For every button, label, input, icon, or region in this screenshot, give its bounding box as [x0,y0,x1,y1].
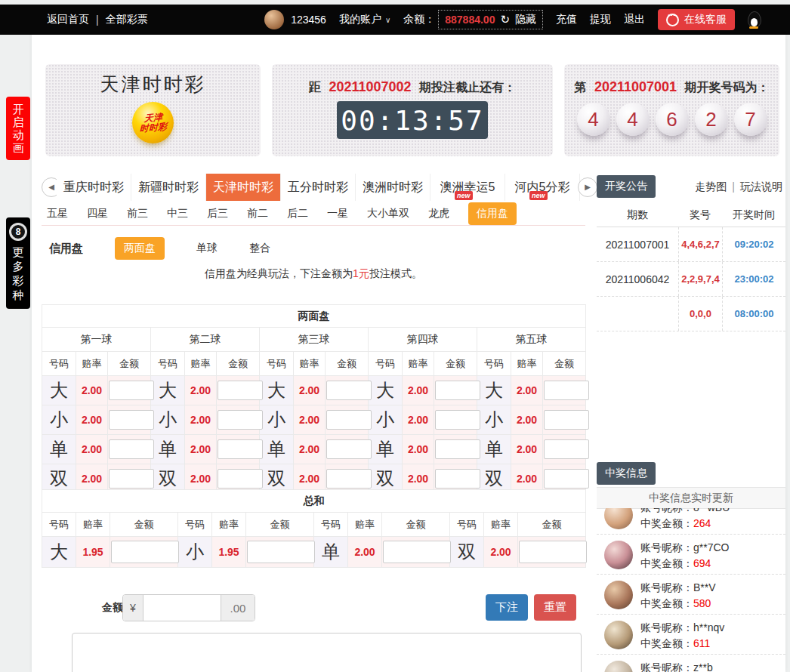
winner-avatar [604,508,633,529]
form-buttons: 下注 重置 [486,594,576,621]
odds-value: 2.00 [484,537,518,568]
bet-amount-input[interactable] [326,469,372,489]
bet-option-label: 单 [369,435,403,464]
bet-amount-input[interactable] [544,439,589,459]
play-type-tab[interactable]: 四星 [87,207,108,220]
bet-option-label: 大 [42,376,76,405]
amount-cell [434,405,477,435]
play-type-tab[interactable]: 前三 [127,207,148,220]
bet-option-label: 小 [42,405,76,435]
qq-icon[interactable] [748,11,761,28]
amount-input-group: ¥ .00 [122,594,255,621]
countdown-prefix: 距 [309,81,321,94]
result-issue-number: 20211006042 [597,273,678,285]
more-lottery-button[interactable]: 更多彩种 [6,217,30,309]
amount-cell [217,405,260,435]
lottery-tab[interactable]: 澳洲幸运5new [430,174,505,201]
animation-toggle-button[interactable]: 开启动画 [6,97,30,160]
bet-option-label: 小 [477,405,511,435]
bet-amount-input[interactable] [326,381,372,400]
bet-amount-input[interactable] [383,541,451,563]
winner-nickname: 账号昵称：g**7CO [640,535,785,555]
withdraw-link[interactable]: 提现 [590,13,611,26]
new-badge: new [529,191,548,200]
bet-amount-input[interactable] [544,381,589,400]
hide-balance-link[interactable]: 隐藏 [515,13,536,26]
result-ball: 4 [577,103,610,136]
play-type-tab[interactable]: 前二 [247,207,268,220]
lottery-tab[interactable]: 河内5分彩new [505,174,580,201]
bet-amount-input[interactable] [111,541,179,563]
odds-value: 2.00 [185,405,217,435]
bet-amount-input[interactable] [435,410,480,430]
mode-tab[interactable]: 单球 [196,242,218,255]
odds-value: 2.00 [76,405,108,435]
winner-nickname-value: 8**wBU [693,508,730,513]
recharge-link[interactable]: 充值 [556,13,577,26]
bet-amount-input[interactable] [218,410,263,430]
play-type-tab[interactable]: 后三 [207,207,228,220]
tabs-scroll-right-button[interactable]: ▶ [578,177,597,197]
customer-service-button[interactable]: 在线客服 [658,9,735,30]
winner-list-item: 账号昵称：g**7CO中奖金额：694 [597,535,785,575]
total-amount-input[interactable] [143,595,221,621]
rules-link[interactable]: 玩法说明 [740,180,782,193]
winners-info-button[interactable]: 中奖信息 [597,462,656,485]
amount-cell [326,405,369,435]
bet-amount-input[interactable] [435,469,480,489]
logout-link[interactable]: 退出 [624,13,645,26]
bet-amount-input[interactable] [544,410,589,430]
bet-amount-input[interactable] [435,439,480,459]
winner-amount-value: 580 [693,597,711,609]
bet-amount-input[interactable] [218,439,263,459]
column-header: 号码 [260,352,294,376]
play-type-tab[interactable]: 五星 [47,207,68,220]
result-suffix: 期开奖号码为： [685,81,770,94]
lottery-tab[interactable]: 澳洲时时彩 [356,174,430,201]
bet-amount-input[interactable] [109,410,154,430]
bet-amount-input[interactable] [326,410,372,430]
bet-option-label: 小 [260,405,294,435]
lottery-tab[interactable]: 天津时时彩 [206,174,281,201]
mode-tab[interactable]: 整合 [249,242,270,255]
bet-amount-input[interactable] [109,381,154,400]
bet-amount-input[interactable] [247,541,315,563]
results-header: 期数 奖号 开奖时间 [597,204,785,227]
play-type-tab[interactable]: 后二 [287,207,308,220]
bet-amount-input[interactable] [218,469,263,489]
odds-value: 2.00 [294,435,326,464]
bet-amount-input[interactable] [435,381,480,400]
trend-chart-link[interactable]: 走势图 [695,180,727,193]
bet-amount-input[interactable] [519,541,587,563]
user-avatar[interactable] [264,10,284,29]
amount-cell [543,435,586,464]
play-type-tab[interactable]: 中三 [167,207,188,220]
place-bet-button[interactable]: 下注 [486,594,528,621]
play-type-tab[interactable]: 龙虎 [428,207,449,220]
description-pre: 信用盘为经典玩法，下注金额为 [205,267,353,279]
draw-announcement-button[interactable]: 开奖公告 [597,175,656,198]
lottery-tab[interactable]: 五分时时彩 [281,174,356,201]
all-lottery-link[interactable]: 全部彩票 [106,13,148,26]
reset-button[interactable]: 重置 [534,594,576,621]
amount-cell [326,435,369,464]
bet-option-label: 小 [369,405,403,435]
result-draw-time: 08:00:00 [722,297,785,331]
refresh-icon[interactable]: ↻ [500,13,510,26]
lottery-tab[interactable]: 新疆时时彩 [131,174,206,201]
my-account-menu[interactable]: 我的账户 ∨ [339,13,390,26]
bet-amount-input[interactable] [109,469,154,489]
bet-amount-input[interactable] [218,381,263,400]
mode-tab[interactable]: 两面盘 [115,237,165,260]
home-link[interactable]: 返回首页 [47,13,89,26]
lottery-tab[interactable]: 重庆时时彩 [57,174,131,201]
my-account-label: 我的账户 [339,13,381,26]
play-type-tab[interactable]: 一星 [327,207,348,220]
play-type-tab[interactable]: 大小单双 [367,207,409,220]
bet-amount-input[interactable] [326,439,372,459]
odds-value: 2.00 [185,435,217,464]
bet-amount-input[interactable] [544,469,589,489]
bet-amount-input[interactable] [109,439,154,459]
play-type-tab[interactable]: 信用盘 [468,202,517,225]
result-draw-time: 09:20:02 [722,227,785,261]
